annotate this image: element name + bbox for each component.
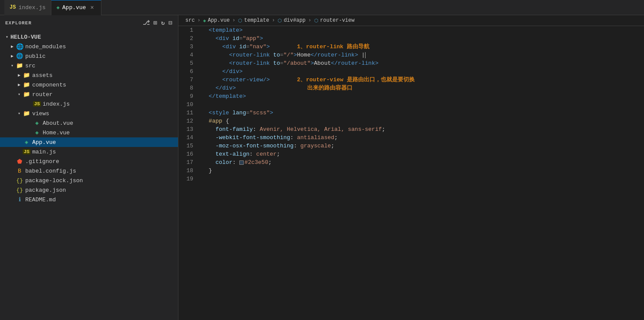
file-tree: ▾ HELLO-VUE ▶ 🌐 node_modules ▶ 🌐 public … xyxy=(0,30,178,320)
folder-label: components xyxy=(32,82,66,88)
folder-label: router xyxy=(32,91,53,98)
explorer-title: EXPLORER xyxy=(5,20,32,26)
breadcrumb-app-vue: App.vue xyxy=(208,17,229,23)
babel-icon: B xyxy=(16,168,23,174)
content-area: src › ◈ App.vue › ⬡ template › ⬡ div#app… xyxy=(178,15,644,320)
breadcrumb: src › ◈ App.vue › ⬡ template › ⬡ div#app… xyxy=(178,15,644,26)
main-layout: EXPLORER ⎇ ⊞ ↻ ⊟ ▾ HELLO-VUE ▶ 🌐 node_mo… xyxy=(0,15,644,320)
file-label: About.vue xyxy=(43,120,73,127)
collapse-icon[interactable]: ⊟ xyxy=(169,19,173,27)
json-icon: {} xyxy=(16,177,23,184)
folder-arrow: ▶ xyxy=(16,73,23,78)
vue-icon: ◈ xyxy=(33,120,41,127)
file-label: Home.vue xyxy=(43,130,70,136)
git-icon: ⬟ xyxy=(16,158,23,165)
file-label: README.md xyxy=(25,197,56,203)
vue-icon: ◈ xyxy=(23,139,30,146)
sidebar-item-app-vue[interactable]: ◈ App.vue xyxy=(0,137,178,147)
components-folder-icon: 📁 xyxy=(23,81,30,88)
code-line-4: <router-link to="/">Home</router-link> | xyxy=(200,51,644,59)
code-line-18: } xyxy=(200,167,644,175)
sidebar-header: EXPLORER ⎇ ⊞ ↻ ⊟ xyxy=(0,15,178,30)
code-content[interactable]: <template> <div id="app"> <div id="nav">… xyxy=(200,26,644,320)
folder-arrow: ▾ xyxy=(9,63,16,68)
sidebar-item-views[interactable]: ▾ 📁 views xyxy=(0,109,178,118)
sidebar-item-public[interactable]: ▶ 🌐 public xyxy=(0,51,178,61)
sidebar-item-router[interactable]: ▾ 📁 router xyxy=(0,90,178,99)
file-label: index.js xyxy=(43,101,70,107)
code-line-1: <template> xyxy=(200,26,644,34)
expand-arrow: ▾ xyxy=(3,34,10,40)
code-line-9: </template> xyxy=(200,92,644,100)
folder-icon: 🌐 xyxy=(16,43,23,50)
code-line-2: <div id="app"> xyxy=(200,34,644,43)
code-editor[interactable]: 1 2 3 4 5 6 7 8 9 10 11 12 13 14 15 16 1… xyxy=(178,26,644,320)
folder-label: node_modules xyxy=(25,43,66,50)
code-line-12: #app { xyxy=(200,117,644,125)
file-label: main.js xyxy=(32,149,56,155)
folder-label: views xyxy=(32,110,49,117)
code-line-13: font-family: Avenir, Helvetica, Arial, s… xyxy=(200,125,644,133)
code-line-11: <style lang="scss"> xyxy=(200,109,644,117)
sidebar-item-components[interactable]: ▶ 📁 components xyxy=(0,80,178,90)
sidebar-item-about-vue[interactable]: ◈ About.vue xyxy=(0,118,178,128)
line-numbers: 1 2 3 4 5 6 7 8 9 10 11 12 13 14 15 16 1… xyxy=(178,26,200,320)
folder-arrow: ▾ xyxy=(16,92,23,97)
folder-arrow: ▶ xyxy=(9,53,16,59)
breadcrumb-div-app: div#app xyxy=(284,17,305,23)
file-label: babel.config.js xyxy=(25,168,76,174)
code-line-16: text-align: center; xyxy=(200,150,644,158)
breadcrumb-router-view: router-view xyxy=(320,17,355,23)
sidebar-item-babel[interactable]: B babel.config.js xyxy=(0,166,178,176)
info-icon: ℹ xyxy=(16,196,23,203)
sidebar-item-src[interactable]: ▾ 📁 src xyxy=(0,61,178,70)
sidebar-item-gitignore[interactable]: ⬟ .gitignore xyxy=(0,157,178,166)
refresh-icon[interactable]: ↻ xyxy=(161,19,165,27)
file-label: package-lock.json xyxy=(25,177,83,184)
folder-arrow: ▶ xyxy=(16,82,23,87)
code-line-3: <div id="nav"> 1、router-link 路由导航 xyxy=(200,43,644,51)
new-folder-icon[interactable]: ⊞ xyxy=(154,19,158,27)
folder-label: assets xyxy=(32,72,53,79)
code-line-5: <router-link to="/about">About</router-l… xyxy=(200,59,644,67)
code-line-15: -moz-osx-font-smoothing: grayscale; xyxy=(200,142,644,150)
json-icon: {} xyxy=(16,187,23,193)
code-line-6: </div> xyxy=(200,67,644,76)
code-line-10 xyxy=(200,100,644,109)
assets-folder-icon: 📁 xyxy=(23,72,30,79)
code-line-19 xyxy=(200,175,644,183)
sidebar-item-package-lock[interactable]: {} package-lock.json xyxy=(0,176,178,185)
tab-index-js[interactable]: JS index.js xyxy=(4,0,51,15)
close-icon[interactable]: × xyxy=(89,4,96,11)
breadcrumb-src: src xyxy=(185,17,195,23)
js-icon: JS xyxy=(23,149,30,154)
sidebar-item-package-json[interactable]: {} package.json xyxy=(0,185,178,195)
views-folder-icon: 📁 xyxy=(23,110,30,117)
title-bar: JS index.js ◈ App.vue × xyxy=(0,0,644,15)
folder-arrow: ▶ xyxy=(9,44,16,49)
sidebar-item-hello-vue[interactable]: ▾ HELLO-VUE xyxy=(0,32,178,42)
sidebar-item-node-modules[interactable]: ▶ 🌐 node_modules xyxy=(0,42,178,51)
js-icon: JS xyxy=(33,101,41,107)
file-label: App.vue xyxy=(32,139,56,146)
code-line-8: </div> 出来的路由容器口 xyxy=(200,84,644,92)
sidebar: EXPLORER ⎇ ⊞ ↻ ⊟ ▾ HELLO-VUE ▶ 🌐 node_mo… xyxy=(0,15,178,320)
file-label: .gitignore xyxy=(25,158,59,165)
folder-arrow: ▾ xyxy=(16,111,23,116)
sidebar-item-main-js[interactable]: JS main.js xyxy=(0,147,178,157)
js-file-icon: JS xyxy=(10,4,16,10)
project-label: HELLO-VUE xyxy=(10,34,41,40)
sidebar-item-router-index[interactable]: JS index.js xyxy=(0,99,178,109)
sidebar-item-home-vue[interactable]: ◈ Home.vue xyxy=(0,128,178,137)
router-folder-icon: 📁 xyxy=(23,91,30,98)
folder-label: public xyxy=(25,53,46,60)
globe-icon: 🌐 xyxy=(16,53,23,60)
src-folder-icon: 📁 xyxy=(16,62,23,69)
code-line-14: -webkit-font-smoothing: antialiased; xyxy=(200,133,644,142)
tab-app-vue[interactable]: ◈ App.vue × xyxy=(51,0,101,15)
sidebar-header-actions: ⎇ ⊞ ↻ ⊟ xyxy=(143,19,173,27)
new-file-icon[interactable]: ⎇ xyxy=(143,19,150,27)
folder-label: src xyxy=(25,63,35,69)
sidebar-item-readme[interactable]: ℹ README.md xyxy=(0,195,178,204)
sidebar-item-assets[interactable]: ▶ 📁 assets xyxy=(0,70,178,80)
